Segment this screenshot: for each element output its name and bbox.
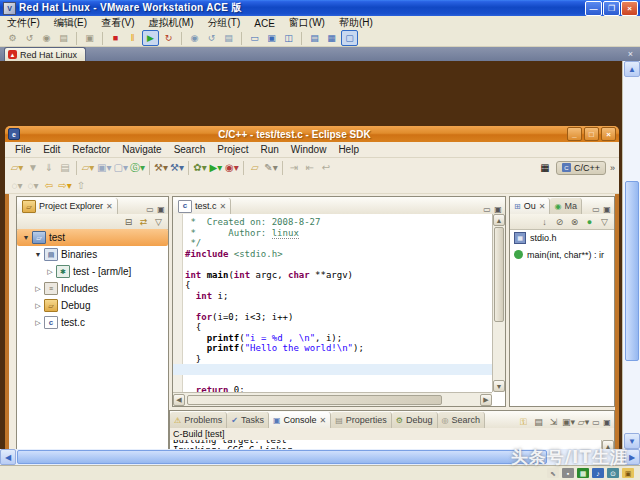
- new-c-project-button[interactable]: ▱▾: [81, 161, 95, 176]
- usb-status-icon[interactable]: ⊙: [607, 468, 619, 478]
- bottom-tab-tasks[interactable]: ✔Tasks: [227, 412, 269, 428]
- summary-view-button[interactable]: ▤: [307, 31, 322, 45]
- hide-nonpublic-icon[interactable]: ●: [583, 216, 596, 228]
- vm-tab-close-icon[interactable]: ×: [625, 48, 636, 59]
- open-resource-button[interactable]: ▱: [248, 161, 262, 176]
- floppy-status-icon[interactable]: ▪: [562, 468, 574, 478]
- unity-view-button[interactable]: ▢: [341, 30, 358, 46]
- hide-fields-icon[interactable]: ⊘: [553, 216, 566, 228]
- outline-minimize-icon[interactable]: ▭: [591, 205, 601, 214]
- editor-tab-testc[interactable]: c test.c ✕: [173, 198, 231, 214]
- eclipse-menu-edit[interactable]: Edit: [37, 144, 66, 155]
- snapshot-revert-button[interactable]: ↺: [22, 31, 37, 45]
- guest-vscroll-thumb[interactable]: [625, 181, 639, 361]
- new-folder-button[interactable]: ▣▾: [97, 161, 111, 176]
- expand-toggle-icon[interactable]: ▷: [45, 268, 55, 276]
- build-button[interactable]: ⚒▾: [154, 161, 168, 176]
- outline-item-stdio-h[interactable]: ▦stdio.h: [510, 229, 614, 246]
- console-tab-close-icon[interactable]: ✕: [320, 416, 327, 425]
- debug-button[interactable]: ✿▾: [193, 161, 207, 176]
- bottom-tab-console[interactable]: ▣Console✕: [269, 412, 331, 428]
- eclipse-maximize-button[interactable]: □: [584, 127, 599, 141]
- save-all-button[interactable]: ⇓: [42, 161, 56, 176]
- perspective-cpp-button[interactable]: C C/C++: [556, 161, 606, 175]
- fullscreen-mode-button[interactable]: ▣: [264, 31, 279, 45]
- tree-item-debug[interactable]: ▷▱Debug: [17, 297, 168, 314]
- project-explorer-tab[interactable]: ▱ Project Explorer ✕: [17, 198, 118, 214]
- project-explorer-maximize-icon[interactable]: ▣: [156, 205, 166, 214]
- vmware-menu-item-2[interactable]: 查看(V): [94, 16, 141, 30]
- eclipse-minimize-button[interactable]: _: [567, 127, 582, 141]
- power-off-button[interactable]: ■: [108, 31, 123, 45]
- snapshot-manager-gray-button[interactable]: ▤: [56, 31, 71, 45]
- view-menu-icon[interactable]: ▽: [152, 216, 165, 228]
- vmware-menu-item-1[interactable]: 编辑(E): [47, 16, 94, 30]
- vmware-close-button[interactable]: ×: [621, 1, 638, 16]
- editor-tab-close-icon[interactable]: ✕: [220, 202, 227, 211]
- expand-toggle-icon[interactable]: ▼: [33, 251, 43, 258]
- guest-scroll-up-icon[interactable]: ▲: [624, 61, 640, 77]
- editor-vertical-scrollbar[interactable]: ▲ ▼: [492, 214, 505, 392]
- open-console-icon[interactable]: ▱▾: [577, 416, 590, 428]
- editor-scroll-right-icon[interactable]: ▶: [480, 394, 492, 406]
- build-all-button[interactable]: ⚒▾: [170, 161, 184, 176]
- last-edit-location-button[interactable]: ◌▾: [10, 178, 24, 193]
- bottom-tab-problems[interactable]: ⚠Problems: [170, 412, 227, 428]
- guest-scroll-left-icon[interactable]: ◀: [0, 449, 16, 465]
- console-lock-icon[interactable]: ⚿: [517, 416, 530, 428]
- new-class-button[interactable]: Ⓖ▾: [130, 161, 145, 176]
- expand-toggle-icon[interactable]: ▷: [33, 302, 43, 310]
- eclipse-menu-project[interactable]: Project: [211, 144, 254, 155]
- guest-hscroll-thumb[interactable]: [17, 450, 547, 464]
- editor-minimize-icon[interactable]: ▭: [482, 205, 492, 214]
- vmware-menu-item-5[interactable]: ACE: [247, 18, 282, 29]
- tree-item-test-arm-le-[interactable]: ▷✱test - [arm/le]: [17, 263, 168, 280]
- power-on-button[interactable]: ▶: [142, 30, 159, 46]
- sound-status-icon[interactable]: ♪: [592, 468, 604, 478]
- network-adapter-status-icon[interactable]: ▦: [577, 468, 589, 478]
- back-button[interactable]: ⇦: [42, 178, 56, 193]
- last-edit-button[interactable]: ↩: [319, 161, 333, 176]
- hide-static-icon[interactable]: ⊗: [568, 216, 581, 228]
- outline-maximize-icon[interactable]: ▣: [602, 205, 612, 214]
- code-editor[interactable]: * Created on: 2008-8-27 * Author: linux …: [173, 214, 492, 392]
- snapshot-take-button[interactable]: ◉: [39, 31, 54, 45]
- vmware-menu-item-7[interactable]: 帮助(H): [332, 16, 380, 30]
- save-button[interactable]: ▼: [26, 161, 40, 176]
- editor-scroll-down-icon[interactable]: ▼: [493, 380, 505, 392]
- ace-settings-button[interactable]: ▣: [82, 31, 97, 45]
- eclipse-menu-search[interactable]: Search: [168, 144, 212, 155]
- remove-console-icon[interactable]: ▤: [532, 416, 545, 428]
- new-wizard-button[interactable]: ▱▾: [10, 161, 24, 176]
- outline-tab[interactable]: ⊞ Ou ✕: [510, 198, 550, 214]
- tree-item-includes[interactable]: ▷≡Includes: [17, 280, 168, 297]
- eclipse-menu-refactor[interactable]: Refactor: [66, 144, 116, 155]
- go-up-button[interactable]: ⇧: [74, 178, 88, 193]
- vmware-titlebar[interactable]: V Red Hat Linux - VMware Workstation ACE…: [0, 0, 640, 16]
- outline-menu-icon[interactable]: ▽: [598, 216, 611, 228]
- new-source-file-button[interactable]: ▢▾: [113, 161, 127, 176]
- bottom-tab-properties[interactable]: ▤Properties: [331, 412, 392, 428]
- vm-guest-tab[interactable]: ▲ Red Hat Linux: [4, 47, 86, 61]
- vmware-minimize-button[interactable]: —: [585, 1, 602, 16]
- revert-snapshot-button[interactable]: ↺: [204, 31, 219, 45]
- eclipse-menu-run[interactable]: Run: [254, 144, 284, 155]
- editor-horizontal-scrollbar[interactable]: ◀ ▶: [173, 392, 492, 406]
- windowed-mode-button[interactable]: ▭: [247, 31, 262, 45]
- tree-item-binaries[interactable]: ▼▤Binaries: [17, 246, 168, 263]
- perspective-overflow-chevron[interactable]: »: [610, 163, 615, 173]
- sort-icon[interactable]: ↓: [538, 216, 551, 228]
- vmware-restore-button[interactable]: ❐: [603, 1, 620, 16]
- tree-item-test-c[interactable]: ▷ctest.c: [17, 314, 168, 331]
- collapse-all-icon[interactable]: ⊟: [122, 216, 135, 228]
- vmware-menu-item-3[interactable]: 虚拟机(M): [141, 16, 200, 30]
- eclipse-menu-navigate[interactable]: Navigate: [116, 144, 167, 155]
- expand-toggle-icon[interactable]: ▷: [33, 285, 43, 293]
- vmware-menu-item-4[interactable]: 分组(T): [200, 16, 247, 30]
- eclipse-close-button[interactable]: ×: [601, 127, 616, 141]
- link-with-editor-icon[interactable]: ⇄: [137, 216, 150, 228]
- prev-annotation-button[interactable]: ⇤: [303, 161, 317, 176]
- forward-button[interactable]: ⇨▾: [58, 178, 72, 193]
- vmware-menu-item-0[interactable]: 文件(F): [0, 16, 47, 30]
- guest-vertical-scrollbar[interactable]: ▲ ▼: [622, 61, 640, 449]
